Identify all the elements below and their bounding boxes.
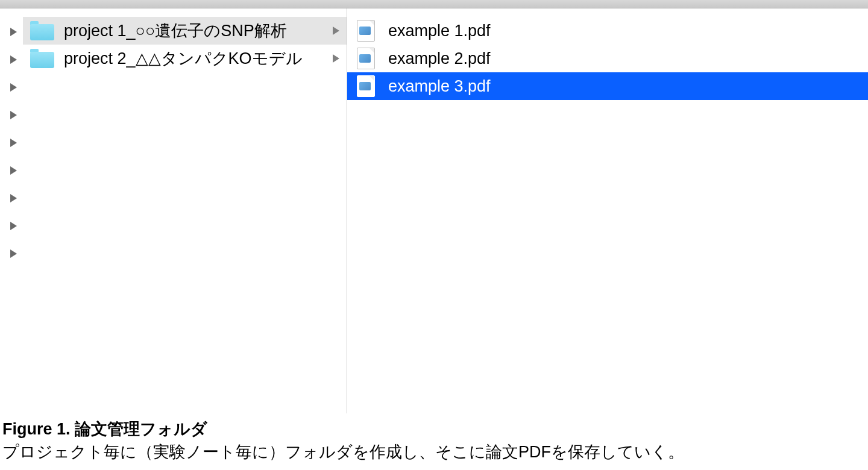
disclosure-chevron[interactable]: [0, 101, 23, 129]
folder-name-label: project 1_○○遺伝子のSNP解析: [64, 20, 327, 42]
chevron-right-icon: [10, 111, 17, 119]
disclosure-chevron[interactable]: [0, 212, 23, 240]
disclosure-chevron[interactable]: [0, 240, 23, 268]
chevron-right-icon: [10, 55, 17, 64]
folder-column: project 1_○○遺伝子のSNP解析 project 2_△△タンパクKO…: [23, 8, 347, 413]
file-row-example-3[interactable]: example 3.pdf: [347, 72, 868, 100]
chevron-right-icon: [333, 54, 339, 63]
folder-row-project-1[interactable]: project 1_○○遺伝子のSNP解析: [23, 17, 347, 45]
chevron-right-icon: [333, 27, 339, 35]
chevron-right-icon: [10, 249, 17, 258]
folder-icon: [30, 49, 54, 68]
chevron-right-icon: [10, 83, 17, 92]
window-toolbar: [0, 0, 868, 8]
disclosure-chevron[interactable]: [0, 18, 23, 46]
disclosure-chevron[interactable]: [0, 46, 23, 74]
chevron-right-icon: [10, 28, 17, 36]
figure-caption: Figure 1. 論文管理フォルダ プロジェクト毎に（実験ノート毎に）フォルダ…: [0, 413, 868, 464]
disclosure-chevron[interactable]: [0, 74, 23, 101]
chevron-right-icon: [10, 194, 17, 202]
sidebar-disclosure-column: [0, 8, 23, 413]
folder-name-label: project 2_△△タンパクKOモデル: [64, 48, 327, 69]
file-column: example 1.pdf example 2.pdf example 3.pd…: [347, 8, 868, 413]
folder-icon: [30, 21, 54, 40]
pdf-file-icon: [357, 75, 375, 97]
disclosure-chevron[interactable]: [0, 157, 23, 184]
pdf-file-icon: [357, 20, 375, 42]
file-row-example-1[interactable]: example 1.pdf: [347, 17, 868, 45]
caption-title: Figure 1. 論文管理フォルダ: [2, 418, 866, 441]
chevron-right-icon: [10, 139, 17, 147]
disclosure-chevron[interactable]: [0, 184, 23, 212]
disclosure-chevron[interactable]: [0, 129, 23, 157]
chevron-right-icon: [10, 222, 17, 230]
caption-body: プロジェクト毎に（実験ノート毎に）フォルダを作成し、そこに論文PDFを保存してい…: [2, 441, 866, 464]
folder-row-project-2[interactable]: project 2_△△タンパクKOモデル: [23, 45, 347, 72]
pdf-file-icon: [357, 48, 375, 69]
file-name-label: example 1.pdf: [388, 22, 491, 40]
finder-column-view: project 1_○○遺伝子のSNP解析 project 2_△△タンパクKO…: [0, 8, 868, 413]
file-name-label: example 2.pdf: [388, 49, 491, 68]
chevron-right-icon: [10, 166, 17, 175]
file-name-label: example 3.pdf: [388, 77, 491, 96]
file-row-example-2[interactable]: example 2.pdf: [347, 45, 868, 72]
